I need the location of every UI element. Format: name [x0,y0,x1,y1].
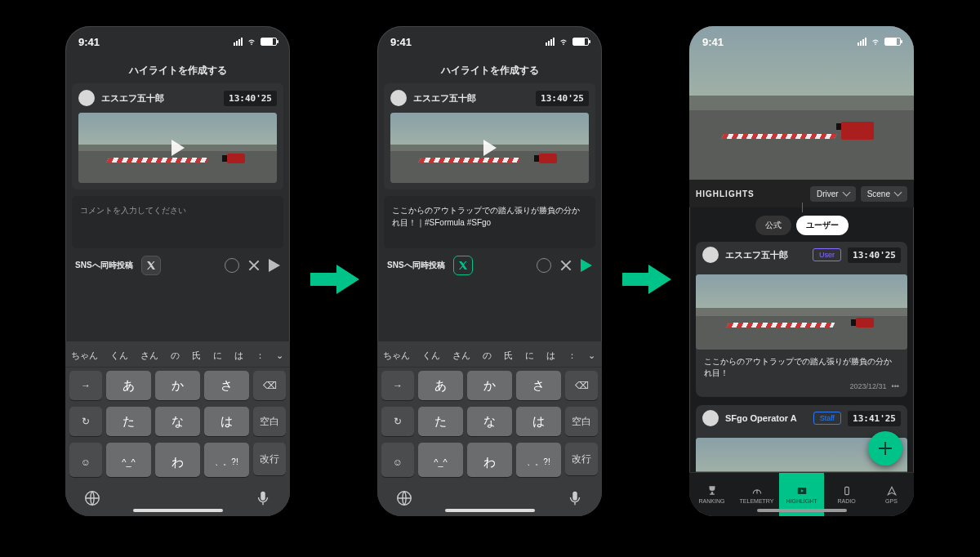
record-icon[interactable] [225,258,239,273]
close-icon[interactable] [559,259,572,272]
key-emoji[interactable]: ☺ [381,448,414,477]
battery-icon [261,38,277,46]
sns-label: SNSへ同時投稿 [75,260,133,271]
keyboard-suggestions[interactable]: ちゃんくんさんの氏には： ⌄ [377,345,602,368]
key-punct[interactable]: 、。?! [204,448,249,477]
flow-arrow-icon [310,263,359,296]
key-backspace[interactable]: ⌫ [253,371,286,400]
username: エスエフ五十郎 [101,92,217,105]
chevron-down-icon[interactable]: ⌄ [586,350,597,361]
key-tab[interactable]: → [69,371,102,400]
home-indicator[interactable] [133,509,223,512]
seg-official[interactable]: 公式 [755,216,791,235]
key-tab[interactable]: → [381,371,414,400]
compose-card: エスエフ五十郎 13:40'25 [72,83,283,189]
x-twitter-toggle[interactable] [453,256,473,275]
username: SFgo Operator A [725,413,807,423]
key-enter[interactable]: 改行 [253,443,286,475]
location-icon [884,485,899,497]
phone-highlights-feed: 9:41 HIGHLIGHTS Driver Scene 公式 ユーザー エスエ… [689,26,914,516]
video-thumbnail[interactable] [78,113,277,183]
comment-input[interactable]: ここからのアウトラップでの踏ん張りが勝負の分かれ目！｜#SFormula #SF… [384,196,595,248]
key-sa[interactable]: さ [516,371,561,400]
more-icon[interactable]: ••• [892,382,899,390]
highlights-label: HIGHLIGHTS [696,189,805,198]
radio-icon [840,485,854,497]
status-time: 9:41 [390,36,412,48]
compose-card: エスエフ五十郎 13:40'25 [384,83,595,189]
page-title: ハイライトを作成する [65,57,290,83]
status-bar: 9:41 [377,26,602,57]
highlight-card[interactable]: エスエフ五十郎 User 13:40'25 ここからのアウトラップでの踏ん張りが… [696,242,907,397]
filter-driver[interactable]: Driver [810,186,856,202]
filter-scene[interactable]: Scene [861,186,907,202]
chevron-down-icon [894,189,902,197]
sns-row: SNSへ同時投稿 [72,253,283,278]
key-ha[interactable]: は [204,407,249,436]
key-a[interactable]: あ [418,371,463,400]
key-wa[interactable]: わ [467,448,512,477]
close-icon[interactable] [247,259,261,272]
key-sa[interactable]: さ [204,371,249,400]
key-ka[interactable]: か [155,371,200,400]
key-undo[interactable]: ↻ [69,407,102,436]
signal-icon [234,38,243,46]
key-backspace[interactable]: ⌫ [565,371,598,400]
globe-icon[interactable] [395,489,413,507]
add-highlight-button[interactable] [868,431,902,466]
keyboard-suggestions[interactable]: ちゃんくんさんの氏には： ⌄ [65,345,290,368]
key-ta[interactable]: た [106,407,151,436]
home-indicator[interactable] [757,509,847,512]
avatar [390,90,407,106]
tab-ranking[interactable]: RANKING [689,473,734,516]
timecode-badge: 13:40'25 [536,91,589,106]
key-ka[interactable]: か [467,371,512,400]
key-emoji[interactable]: ☺ [69,448,102,477]
phone-compose-empty: 9:41 ハイライトを作成する エスエフ五十郎 13:40'25 コメントを入力… [65,26,290,516]
globe-icon[interactable] [83,489,101,507]
signal-icon [546,38,555,46]
home-indicator[interactable] [445,509,535,512]
tab-gps[interactable]: GPS [869,473,914,516]
status-bar: 9:41 [689,26,914,57]
key-a[interactable]: あ [106,371,151,400]
key-wa[interactable]: わ [155,448,200,477]
key-punct[interactable]: 、。?! [516,448,561,477]
seg-user[interactable]: ユーザー [796,216,849,235]
comment-input[interactable]: コメントを入力してください [72,196,283,248]
badge-staff: Staff [813,412,841,425]
key-undo[interactable]: ↻ [381,407,414,436]
mic-icon[interactable] [566,489,584,507]
segment-control: 公式 ユーザー [689,207,914,242]
key-ha[interactable]: は [516,407,561,436]
keyboard: ちゃんくんさんの氏には： ⌄ → あ か さ ⌫ ↻ た な は 空白 ABC … [377,341,602,516]
wifi-icon [246,38,257,46]
mic-icon[interactable] [254,489,272,507]
sns-label: SNSへ同時投稿 [387,260,445,271]
x-twitter-toggle[interactable] [141,256,161,275]
chevron-down-icon[interactable]: ⌄ [274,350,285,361]
key-face[interactable]: ^_^ [106,448,151,477]
battery-icon [572,38,589,46]
timecode-badge: 13:40'25 [224,91,277,106]
record-icon[interactable] [537,258,551,273]
timecode-badge: 13:40'25 [848,247,901,263]
key-ta[interactable]: た [418,407,463,436]
key-space[interactable]: 空白 [565,407,598,436]
status-time: 9:41 [702,36,724,48]
key-enter[interactable]: 改行 [565,443,598,475]
keyboard: ちゃんくんさんの氏には： ⌄ → あ か さ ⌫ ↻ た な は 空白 ABC … [65,341,290,516]
status-bar: 9:41 [65,26,290,57]
page-title: ハイライトを作成する [377,57,602,83]
key-na[interactable]: な [467,407,512,436]
key-na[interactable]: な [155,407,200,436]
svg-rect-1 [261,492,265,501]
key-space[interactable]: 空白 [253,407,286,436]
send-icon[interactable] [269,259,280,272]
video-thumbnail[interactable] [390,113,589,183]
send-icon[interactable] [581,259,592,272]
avatar [702,247,719,263]
play-square-icon [795,485,809,497]
phone-compose-filled: 9:41 ハイライトを作成する エスエフ五十郎 13:40'25 ここからのアウ… [377,26,602,516]
key-face[interactable]: ^_^ [418,448,463,477]
